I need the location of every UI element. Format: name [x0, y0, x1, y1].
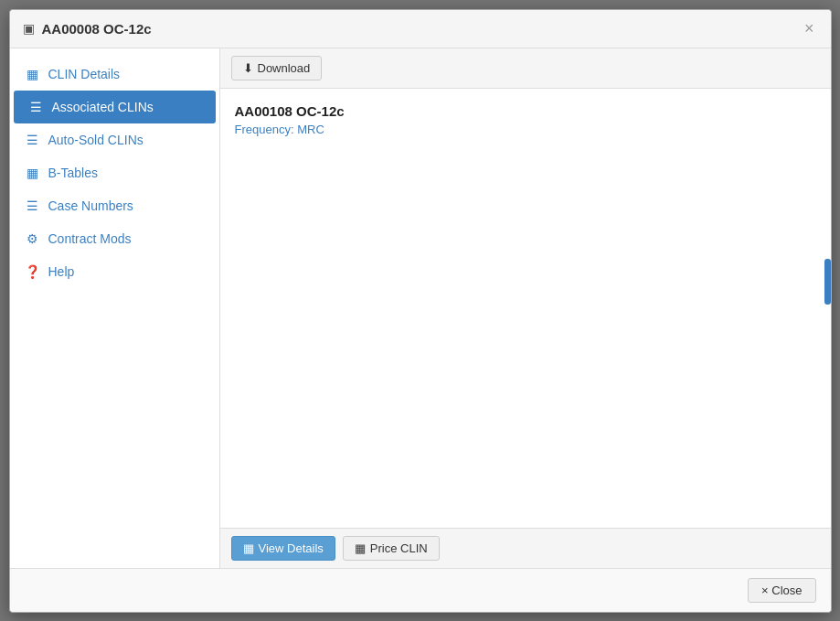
sidebar: ▦ CLIN Details ☰ Associated CLINs ☰ Auto…	[10, 48, 220, 568]
sidebar-item-help[interactable]: ❓ Help	[10, 255, 219, 288]
sidebar-item-auto-sold-clins[interactable]: ☰ Auto-Sold CLINs	[10, 123, 219, 156]
clin-details-icon: ▦	[25, 67, 41, 81]
help-icon: ❓	[25, 264, 41, 279]
price-clin-icon: ▦	[355, 541, 366, 555]
b-tables-icon: ▦	[25, 166, 41, 180]
scroll-indicator	[824, 259, 831, 305]
sidebar-item-associated-clins[interactable]: ☰ Associated CLINs	[14, 91, 216, 123]
sidebar-item-b-tables[interactable]: ▦ B-Tables	[10, 156, 219, 189]
view-details-icon: ▦	[243, 541, 254, 555]
modal-overlay: ▣ AA00008 OC-12c × ▦ CLIN Details ☰ Asso…	[0, 0, 840, 621]
content-footer: ▦ View Details ▦ Price CLIN	[220, 528, 831, 568]
sidebar-item-case-numbers-label: Case Numbers	[48, 198, 133, 213]
clin-frequency: Frequency: MRC	[235, 123, 816, 136]
content-body: AA00108 OC-12c Frequency: MRC	[220, 89, 831, 528]
modal-title-wrap: ▣ AA00008 OC-12c	[23, 21, 152, 37]
view-details-label: View Details	[259, 541, 324, 555]
download-button[interactable]: ⬇ Download	[231, 56, 323, 80]
clin-title: AA00108 OC-12c	[235, 103, 816, 119]
modal-title-icon: ▣	[23, 21, 35, 36]
sidebar-item-contract-mods[interactable]: ⚙ Contract Mods	[10, 222, 219, 255]
frequency-label: Frequency:	[235, 123, 294, 136]
sidebar-item-clin-details-label: CLIN Details	[48, 67, 121, 81]
sidebar-item-contract-mods-label: Contract Mods	[48, 231, 132, 246]
content-toolbar: ⬇ Download	[220, 48, 831, 89]
download-icon: ⬇	[243, 61, 253, 75]
modal-title: AA00008 OC-12c	[42, 21, 152, 37]
associated-clins-icon: ☰	[28, 100, 45, 114]
frequency-value: MRC	[297, 123, 324, 136]
case-numbers-icon: ☰	[25, 198, 41, 213]
modal-footer: × Close	[10, 568, 831, 612]
price-clin-button[interactable]: ▦ Price CLIN	[343, 536, 440, 561]
contract-mods-icon: ⚙	[25, 231, 41, 246]
sidebar-item-b-tables-label: B-Tables	[48, 166, 98, 180]
view-details-button[interactable]: ▦ View Details	[231, 536, 335, 561]
sidebar-item-help-label: Help	[48, 264, 75, 279]
sidebar-item-associated-clins-label: Associated CLINs	[52, 100, 154, 114]
modal-body: ▦ CLIN Details ☰ Associated CLINs ☰ Auto…	[10, 48, 831, 568]
price-clin-label: Price CLIN	[370, 541, 428, 555]
main-content: ⬇ Download AA00108 OC-12c Frequency: MRC	[220, 48, 831, 568]
modal-dialog: ▣ AA00008 OC-12c × ▦ CLIN Details ☰ Asso…	[9, 9, 832, 613]
sidebar-item-clin-details[interactable]: ▦ CLIN Details	[10, 58, 219, 91]
modal-close-button[interactable]: × Close	[748, 578, 815, 603]
sidebar-item-case-numbers[interactable]: ☰ Case Numbers	[10, 189, 219, 222]
auto-sold-clins-icon: ☰	[25, 133, 41, 147]
modal-header-close-button[interactable]: ×	[801, 20, 818, 37]
sidebar-item-auto-sold-clins-label: Auto-Sold CLINs	[48, 133, 144, 147]
modal-header: ▣ AA00008 OC-12c ×	[10, 10, 831, 48]
download-label: Download	[258, 61, 311, 75]
